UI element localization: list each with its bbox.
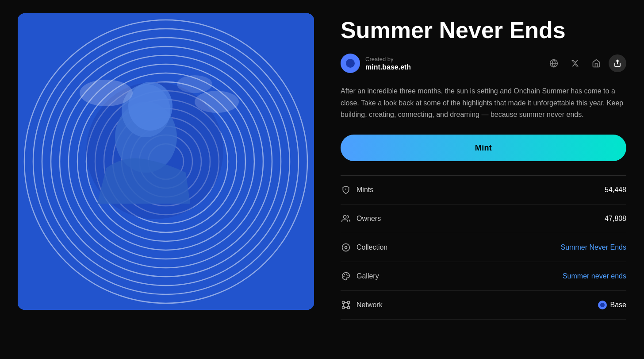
mints-value: 54,448 (605, 186, 626, 194)
network-name: Base (610, 301, 626, 309)
svg-rect-39 (347, 307, 349, 309)
stat-row-mints: Mints 54,448 (341, 176, 626, 205)
collection-icon (341, 242, 351, 253)
svg-point-32 (346, 274, 347, 274)
svg-point-31 (345, 247, 347, 249)
nft-description: After an incredible three months, the su… (341, 85, 626, 120)
social-icons (545, 54, 626, 72)
mints-label: Mints (356, 186, 373, 194)
owners-label: Owners (356, 215, 381, 223)
circles-background (18, 13, 314, 310)
stat-row-collection: Collection Summer Never Ends (341, 233, 626, 262)
share-button[interactable] (609, 54, 626, 72)
svg-point-34 (345, 274, 345, 275)
collection-label: Collection (356, 243, 387, 251)
stat-left-mints: Mints (341, 185, 373, 195)
svg-rect-37 (347, 301, 349, 304)
network-icon (341, 300, 351, 310)
x-twitter-button[interactable] (566, 54, 584, 72)
svg-point-29 (343, 216, 346, 219)
x-twitter-icon (571, 59, 579, 67)
owners-value: 47,808 (605, 215, 626, 223)
gallery-label: Gallery (356, 272, 379, 280)
network-value: Base (598, 301, 626, 309)
creator-text: Created by mint.base.eth (365, 56, 411, 71)
creator-avatar (341, 54, 360, 73)
mint-button[interactable]: Mint (341, 135, 626, 161)
network-label: Network (356, 301, 383, 309)
svg-point-30 (342, 244, 350, 251)
share-icon (613, 59, 621, 67)
svg-point-33 (348, 276, 348, 276)
stat-left-collection: Collection (341, 242, 387, 253)
creator-name: mint.base.eth (365, 63, 411, 71)
creator-row: Created by mint.base.eth (341, 54, 626, 73)
opensea-button[interactable] (587, 54, 605, 72)
opensea-icon (592, 59, 601, 68)
collection-value[interactable]: Summer Never Ends (561, 243, 627, 251)
stat-left-owners: Owners (341, 213, 381, 224)
svg-rect-36 (342, 301, 345, 304)
gallery-value[interactable]: Summer never ends (563, 272, 626, 280)
svg-rect-38 (342, 307, 345, 309)
stat-row-gallery: Gallery Summer never ends (341, 262, 626, 291)
stat-left-network: Network (341, 300, 383, 310)
shield-icon (341, 185, 351, 195)
base-logo (598, 301, 607, 309)
nft-artwork (18, 13, 314, 310)
users-icon (341, 213, 351, 224)
svg-point-35 (344, 276, 344, 277)
globe-button[interactable] (545, 54, 563, 72)
stat-row-network: Network Base (341, 291, 626, 320)
stats-list: Mints 54,448 Owners (341, 176, 626, 320)
nft-image-container (18, 13, 314, 310)
stat-left-gallery: Gallery (341, 271, 379, 282)
globe-icon (549, 59, 558, 68)
nft-title: Summer Never Ends (341, 18, 626, 43)
stat-row-owners: Owners 47,808 (341, 205, 626, 233)
svg-rect-23 (18, 13, 314, 310)
created-by-label: Created by (365, 56, 411, 62)
palette-icon (341, 271, 351, 282)
creator-info: Created by mint.base.eth (341, 54, 411, 73)
info-panel: Summer Never Ends Created by mint.base.e… (341, 9, 626, 320)
main-container: Summer Never Ends Created by mint.base.e… (0, 0, 644, 359)
